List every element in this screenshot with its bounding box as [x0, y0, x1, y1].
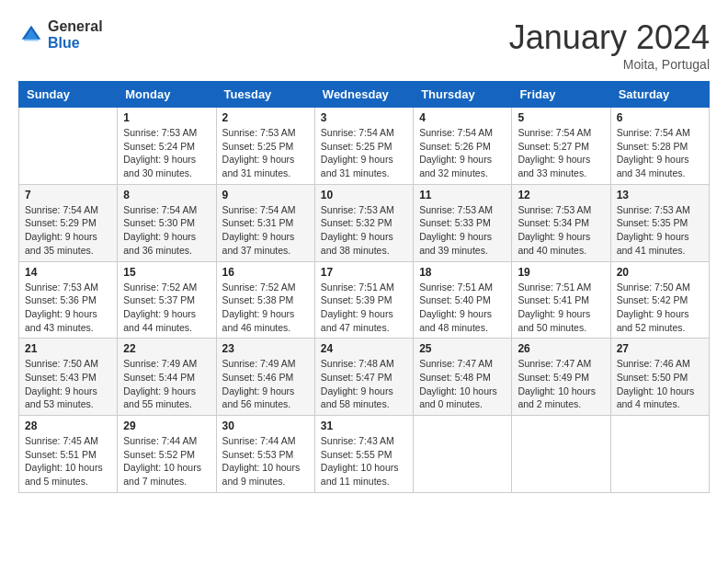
calendar-cell: 7Sunrise: 7:54 AMSunset: 5:29 PMDaylight… — [19, 184, 118, 261]
calendar-cell: 16Sunrise: 7:52 AMSunset: 5:38 PMDayligh… — [216, 261, 314, 339]
calendar-cell: 3Sunrise: 7:54 AMSunset: 5:25 PMDaylight… — [314, 108, 413, 185]
calendar-cell: 12Sunrise: 7:53 AMSunset: 5:34 PMDayligh… — [512, 184, 610, 261]
day-info: Sunrise: 7:44 AMSunset: 5:52 PMDaylight:… — [123, 434, 210, 488]
day-number: 8 — [123, 189, 210, 201]
month-title: January 2024 — [509, 18, 710, 57]
day-info: Sunrise: 7:49 AMSunset: 5:44 PMDaylight:… — [123, 357, 210, 411]
day-info: Sunrise: 7:53 AMSunset: 5:24 PMDaylight:… — [123, 126, 210, 180]
calendar-cell: 18Sunrise: 7:51 AMSunset: 5:40 PMDayligh… — [414, 261, 512, 339]
calendar-cell: 6Sunrise: 7:54 AMSunset: 5:28 PMDaylight… — [610, 108, 709, 185]
day-number: 12 — [518, 189, 604, 201]
calendar-cell: 27Sunrise: 7:46 AMSunset: 5:50 PMDayligh… — [610, 339, 709, 416]
calendar-week-row: 14Sunrise: 7:53 AMSunset: 5:36 PMDayligh… — [19, 261, 710, 339]
title-section: January 2024 Moita, Portugal — [509, 18, 710, 72]
day-number: 15 — [123, 266, 210, 279]
day-info: Sunrise: 7:53 AMSunset: 5:32 PMDaylight:… — [321, 203, 407, 258]
calendar-cell: 9Sunrise: 7:54 AMSunset: 5:31 PMDaylight… — [216, 184, 314, 261]
calendar-cell: 22Sunrise: 7:49 AMSunset: 5:44 PMDayligh… — [118, 339, 216, 416]
day-info: Sunrise: 7:54 AMSunset: 5:27 PMDaylight:… — [518, 126, 604, 180]
day-info: Sunrise: 7:48 AMSunset: 5:47 PMDaylight:… — [321, 357, 407, 411]
day-number: 31 — [321, 419, 407, 432]
day-info: Sunrise: 7:47 AMSunset: 5:49 PMDaylight:… — [518, 357, 604, 411]
day-info: Sunrise: 7:51 AMSunset: 5:41 PMDaylight:… — [518, 281, 604, 335]
day-info: Sunrise: 7:50 AMSunset: 5:43 PMDaylight:… — [25, 357, 111, 411]
day-number: 19 — [518, 266, 604, 279]
calendar-cell: 2Sunrise: 7:53 AMSunset: 5:25 PMDaylight… — [216, 108, 314, 185]
day-info: Sunrise: 7:43 AMSunset: 5:55 PMDaylight:… — [321, 434, 407, 488]
calendar-cell — [414, 416, 512, 493]
day-number: 3 — [321, 111, 407, 124]
day-number: 13 — [617, 189, 703, 201]
calendar-week-row: 28Sunrise: 7:45 AMSunset: 5:51 PMDayligh… — [19, 416, 710, 493]
day-number: 7 — [25, 189, 111, 201]
day-number: 18 — [419, 266, 506, 279]
day-number: 22 — [123, 342, 210, 355]
day-number: 17 — [321, 266, 407, 279]
day-number: 26 — [518, 342, 604, 355]
calendar-cell: 31Sunrise: 7:43 AMSunset: 5:55 PMDayligh… — [314, 416, 413, 493]
day-info: Sunrise: 7:54 AMSunset: 5:29 PMDaylight:… — [25, 203, 111, 258]
day-info: Sunrise: 7:46 AMSunset: 5:50 PMDaylight:… — [617, 357, 703, 411]
day-info: Sunrise: 7:44 AMSunset: 5:53 PMDaylight:… — [222, 434, 309, 488]
day-info: Sunrise: 7:51 AMSunset: 5:40 PMDaylight:… — [419, 281, 506, 335]
calendar-cell: 14Sunrise: 7:53 AMSunset: 5:36 PMDayligh… — [19, 261, 118, 339]
day-number: 29 — [123, 419, 210, 432]
day-number: 10 — [321, 189, 407, 201]
logo-icon — [18, 22, 44, 48]
calendar-cell: 21Sunrise: 7:50 AMSunset: 5:43 PMDayligh… — [19, 339, 118, 416]
day-number: 9 — [222, 189, 309, 201]
calendar-table: SundayMondayTuesdayWednesdayThursdayFrid… — [18, 81, 710, 493]
header-row: SundayMondayTuesdayWednesdayThursdayFrid… — [19, 82, 710, 108]
calendar-cell: 5Sunrise: 7:54 AMSunset: 5:27 PMDaylight… — [512, 108, 610, 185]
logo: General Blue — [18, 18, 103, 51]
calendar-cell: 30Sunrise: 7:44 AMSunset: 5:53 PMDayligh… — [216, 416, 314, 493]
day-number: 30 — [222, 419, 309, 432]
calendar-cell: 26Sunrise: 7:47 AMSunset: 5:49 PMDayligh… — [512, 339, 610, 416]
day-number: 24 — [321, 342, 407, 355]
day-number: 16 — [222, 266, 309, 279]
calendar-cell: 8Sunrise: 7:54 AMSunset: 5:30 PMDaylight… — [118, 184, 216, 261]
day-info: Sunrise: 7:54 AMSunset: 5:30 PMDaylight:… — [123, 203, 210, 258]
calendar-cell: 28Sunrise: 7:45 AMSunset: 5:51 PMDayligh… — [19, 416, 118, 493]
day-number: 2 — [222, 111, 309, 124]
calendar-cell — [19, 108, 118, 185]
day-info: Sunrise: 7:51 AMSunset: 5:39 PMDaylight:… — [321, 281, 407, 335]
calendar-cell: 13Sunrise: 7:53 AMSunset: 5:35 PMDayligh… — [610, 184, 709, 261]
location-label: Moita, Portugal — [509, 57, 710, 72]
calendar-week-row: 1Sunrise: 7:53 AMSunset: 5:24 PMDaylight… — [19, 108, 710, 185]
day-info: Sunrise: 7:53 AMSunset: 5:34 PMDaylight:… — [518, 203, 604, 258]
day-info: Sunrise: 7:53 AMSunset: 5:33 PMDaylight:… — [419, 203, 506, 258]
day-info: Sunrise: 7:53 AMSunset: 5:35 PMDaylight:… — [617, 203, 703, 258]
day-number: 1 — [123, 111, 210, 124]
column-header-saturday: Saturday — [610, 82, 709, 108]
calendar-cell — [610, 416, 709, 493]
calendar-cell: 15Sunrise: 7:52 AMSunset: 5:37 PMDayligh… — [118, 261, 216, 339]
calendar-cell: 1Sunrise: 7:53 AMSunset: 5:24 PMDaylight… — [118, 108, 216, 185]
day-number: 28 — [25, 419, 111, 432]
calendar-cell: 4Sunrise: 7:54 AMSunset: 5:26 PMDaylight… — [414, 108, 512, 185]
day-info: Sunrise: 7:53 AMSunset: 5:25 PMDaylight:… — [222, 126, 309, 180]
calendar-cell: 24Sunrise: 7:48 AMSunset: 5:47 PMDayligh… — [314, 339, 413, 416]
day-number: 14 — [25, 266, 111, 279]
calendar-cell: 19Sunrise: 7:51 AMSunset: 5:41 PMDayligh… — [512, 261, 610, 339]
logo-general-text: General — [48, 18, 103, 35]
day-info: Sunrise: 7:52 AMSunset: 5:37 PMDaylight:… — [123, 281, 210, 335]
calendar-cell: 25Sunrise: 7:47 AMSunset: 5:48 PMDayligh… — [414, 339, 512, 416]
day-number: 5 — [518, 111, 604, 124]
day-info: Sunrise: 7:50 AMSunset: 5:42 PMDaylight:… — [617, 281, 703, 335]
day-info: Sunrise: 7:54 AMSunset: 5:31 PMDaylight:… — [222, 203, 309, 258]
day-info: Sunrise: 7:52 AMSunset: 5:38 PMDaylight:… — [222, 281, 309, 335]
column-header-friday: Friday — [512, 82, 610, 108]
day-info: Sunrise: 7:54 AMSunset: 5:28 PMDaylight:… — [617, 126, 703, 180]
column-header-monday: Monday — [118, 82, 216, 108]
logo-blue-text: Blue — [48, 35, 103, 52]
day-number: 27 — [617, 342, 703, 355]
day-info: Sunrise: 7:54 AMSunset: 5:26 PMDaylight:… — [419, 126, 506, 180]
day-info: Sunrise: 7:47 AMSunset: 5:48 PMDaylight:… — [419, 357, 506, 411]
day-info: Sunrise: 7:53 AMSunset: 5:36 PMDaylight:… — [25, 281, 111, 335]
day-number: 23 — [222, 342, 309, 355]
day-number: 20 — [617, 266, 703, 279]
calendar-cell: 20Sunrise: 7:50 AMSunset: 5:42 PMDayligh… — [610, 261, 709, 339]
column-header-tuesday: Tuesday — [216, 82, 314, 108]
day-info: Sunrise: 7:49 AMSunset: 5:46 PMDaylight:… — [222, 357, 309, 411]
